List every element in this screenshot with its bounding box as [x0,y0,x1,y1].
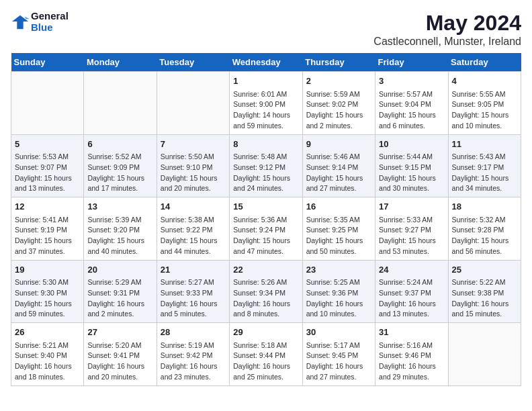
logo-icon [11,13,30,32]
day-number: 11 [452,138,517,151]
day-number: 20 [87,263,152,277]
day-info: Sunrise: 5:18 AM Sunset: 9:44 PM Dayligh… [233,340,298,383]
calendar-cell: 22Sunrise: 5:26 AM Sunset: 9:34 PM Dayli… [230,260,302,323]
day-info: Sunrise: 5:33 AM Sunset: 9:27 PM Dayligh… [379,215,444,257]
calendar-table: SundayMondayTuesdayWednesdayThursdayFrid… [11,53,521,386]
day-number: 22 [233,263,298,277]
calendar-cell [448,323,521,386]
day-number: 4 [452,75,517,88]
day-number: 23 [306,263,371,277]
day-info: Sunrise: 5:26 AM Sunset: 9:34 PM Dayligh… [233,277,298,320]
calendar-cell: 1Sunrise: 6:01 AM Sunset: 9:00 PM Daylig… [230,72,302,135]
day-number: 24 [379,263,444,277]
calendar-cell: 19Sunrise: 5:30 AM Sunset: 9:30 PM Dayli… [11,260,84,323]
day-number: 31 [379,326,444,339]
calendar-cell: 24Sunrise: 5:24 AM Sunset: 9:37 PM Dayli… [375,260,448,323]
logo-general: General [31,10,69,21]
calendar-header-row: SundayMondayTuesdayWednesdayThursdayFrid… [11,53,521,72]
day-info: Sunrise: 5:46 AM Sunset: 9:14 PM Dayligh… [306,152,371,194]
calendar-cell: 18Sunrise: 5:32 AM Sunset: 9:28 PM Dayli… [448,197,521,261]
logo-blue: Blue [31,21,53,33]
calendar-cell: 20Sunrise: 5:29 AM Sunset: 9:31 PM Dayli… [84,260,157,323]
day-number: 30 [306,326,371,339]
day-info: Sunrise: 5:24 AM Sunset: 9:37 PM Dayligh… [379,277,444,320]
calendar-cell: 16Sunrise: 5:35 AM Sunset: 9:25 PM Dayli… [302,197,375,261]
calendar-cell: 23Sunrise: 5:25 AM Sunset: 9:36 PM Dayli… [302,260,375,323]
day-info: Sunrise: 5:35 AM Sunset: 9:25 PM Dayligh… [306,215,371,257]
day-number: 28 [161,326,226,339]
title-block: May 2024 Castleconnell, Munster, Ireland [373,11,521,48]
day-info: Sunrise: 5:43 AM Sunset: 9:17 PM Dayligh… [452,152,517,194]
logo: General Blue [11,11,69,33]
day-info: Sunrise: 5:25 AM Sunset: 9:36 PM Dayligh… [306,277,371,320]
calendar-day-header: Tuesday [157,53,229,72]
day-info: Sunrise: 5:17 AM Sunset: 9:45 PM Dayligh… [306,340,371,383]
day-info: Sunrise: 5:48 AM Sunset: 9:12 PM Dayligh… [233,152,298,194]
day-number: 26 [15,326,80,339]
calendar-cell: 21Sunrise: 5:27 AM Sunset: 9:33 PM Dayli… [157,260,229,323]
calendar-cell: 12Sunrise: 5:41 AM Sunset: 9:19 PM Dayli… [11,197,84,261]
day-info: Sunrise: 5:19 AM Sunset: 9:42 PM Dayligh… [161,340,226,383]
calendar-cell: 17Sunrise: 5:33 AM Sunset: 9:27 PM Dayli… [375,197,448,261]
day-number: 21 [161,263,226,277]
page-title: May 2024 [373,11,521,36]
calendar-week-row: 5Sunrise: 5:53 AM Sunset: 9:07 PM Daylig… [11,134,521,197]
day-info: Sunrise: 5:27 AM Sunset: 9:33 PM Dayligh… [161,277,226,320]
day-number: 12 [15,200,80,214]
day-info: Sunrise: 5:39 AM Sunset: 9:20 PM Dayligh… [87,215,152,257]
svg-marker-1 [25,16,30,19]
calendar-cell: 2Sunrise: 5:59 AM Sunset: 9:02 PM Daylig… [302,72,375,135]
calendar-cell: 11Sunrise: 5:43 AM Sunset: 9:17 PM Dayli… [448,134,521,197]
calendar-cell: 14Sunrise: 5:38 AM Sunset: 9:22 PM Dayli… [157,197,229,261]
day-number: 16 [306,200,371,214]
day-number: 2 [306,75,371,88]
day-number: 9 [306,138,371,151]
calendar-week-row: 12Sunrise: 5:41 AM Sunset: 9:19 PM Dayli… [11,197,521,261]
day-number: 1 [233,75,298,88]
calendar-cell: 29Sunrise: 5:18 AM Sunset: 9:44 PM Dayli… [230,323,302,386]
day-number: 7 [161,138,226,151]
calendar-day-header: Friday [375,53,448,72]
day-number: 18 [452,200,517,214]
calendar-cell: 13Sunrise: 5:39 AM Sunset: 9:20 PM Dayli… [84,197,157,261]
day-info: Sunrise: 5:44 AM Sunset: 9:15 PM Dayligh… [379,152,444,194]
day-number: 17 [379,200,444,214]
day-info: Sunrise: 5:52 AM Sunset: 9:09 PM Dayligh… [87,152,152,194]
calendar-cell: 26Sunrise: 5:21 AM Sunset: 9:40 PM Dayli… [11,323,84,386]
day-number: 10 [379,138,444,151]
calendar-cell: 7Sunrise: 5:50 AM Sunset: 9:10 PM Daylig… [157,134,229,197]
day-number: 5 [15,138,80,151]
calendar-cell: 15Sunrise: 5:36 AM Sunset: 9:24 PM Dayli… [230,197,302,261]
day-number: 15 [233,200,298,214]
day-info: Sunrise: 5:16 AM Sunset: 9:46 PM Dayligh… [379,340,444,383]
calendar-cell: 4Sunrise: 5:55 AM Sunset: 9:05 PM Daylig… [448,72,521,135]
calendar-week-row: 1Sunrise: 6:01 AM Sunset: 9:00 PM Daylig… [11,72,521,135]
calendar-cell [157,72,229,135]
calendar-week-row: 19Sunrise: 5:30 AM Sunset: 9:30 PM Dayli… [11,260,521,323]
day-info: Sunrise: 5:38 AM Sunset: 9:22 PM Dayligh… [161,215,226,257]
day-info: Sunrise: 5:32 AM Sunset: 9:28 PM Dayligh… [452,215,517,257]
calendar-cell: 30Sunrise: 5:17 AM Sunset: 9:45 PM Dayli… [302,323,375,386]
calendar-week-row: 26Sunrise: 5:21 AM Sunset: 9:40 PM Dayli… [11,323,521,386]
day-info: Sunrise: 5:53 AM Sunset: 9:07 PM Dayligh… [15,152,80,194]
calendar-cell: 31Sunrise: 5:16 AM Sunset: 9:46 PM Dayli… [375,323,448,386]
calendar-cell: 25Sunrise: 5:22 AM Sunset: 9:38 PM Dayli… [448,260,521,323]
calendar-day-header: Sunday [11,53,84,72]
day-info: Sunrise: 5:22 AM Sunset: 9:38 PM Dayligh… [452,277,517,320]
day-number: 27 [87,326,152,339]
day-info: Sunrise: 5:20 AM Sunset: 9:41 PM Dayligh… [87,340,152,383]
calendar-day-header: Thursday [302,53,375,72]
calendar-cell: 6Sunrise: 5:52 AM Sunset: 9:09 PM Daylig… [84,134,157,197]
calendar-cell: 3Sunrise: 5:57 AM Sunset: 9:04 PM Daylig… [375,72,448,135]
day-info: Sunrise: 5:59 AM Sunset: 9:02 PM Dayligh… [306,89,371,132]
day-number: 14 [161,200,226,214]
calendar-day-header: Monday [84,53,157,72]
day-number: 19 [15,263,80,277]
calendar-cell: 5Sunrise: 5:53 AM Sunset: 9:07 PM Daylig… [11,134,84,197]
day-number: 8 [233,138,298,151]
calendar-day-header: Saturday [448,53,521,72]
page-subtitle: Castleconnell, Munster, Ireland [373,36,521,48]
day-number: 3 [379,75,444,88]
day-number: 13 [87,200,152,214]
day-info: Sunrise: 5:57 AM Sunset: 9:04 PM Dayligh… [379,89,444,132]
